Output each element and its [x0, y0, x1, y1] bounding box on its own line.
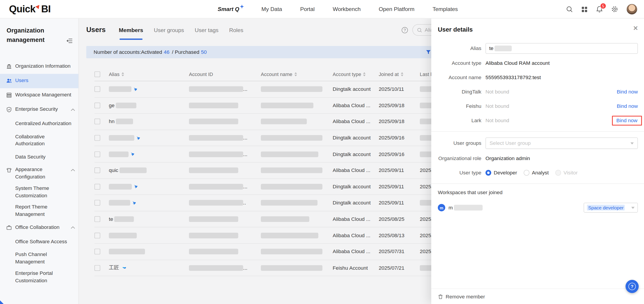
nav-my-data[interactable]: My Data — [262, 6, 282, 12]
remove-member-button[interactable]: Remove member — [446, 294, 485, 300]
alias-field-row: Alias te — [438, 43, 638, 54]
filter-funnel-icon[interactable] — [426, 49, 431, 56]
building-icon — [6, 64, 12, 69]
logo-text-quick: Quick — [9, 4, 36, 14]
redacted-account-name — [261, 135, 322, 141]
sort-icon[interactable] — [401, 72, 403, 76]
sidebar-item-office-software-access[interactable]: Office Software Access — [0, 235, 78, 249]
row-checkbox[interactable] — [94, 200, 100, 206]
sidebar-item-centralized-authorization[interactable]: Centralized Authorization — [0, 117, 78, 131]
nav-smart-q[interactable]: Smart Q — [218, 6, 243, 12]
redacted-account-name — [261, 233, 318, 238]
account-type-row: Account type Alibaba Cloud RAM account — [438, 58, 638, 68]
redacted-account-name — [261, 200, 318, 206]
nav-workbench[interactable]: Workbench — [333, 6, 361, 12]
row-checkbox[interactable] — [94, 86, 100, 92]
users-icon — [6, 78, 12, 84]
user-groups-select[interactable]: Select User group — [486, 137, 638, 149]
redacted-account-id — [189, 151, 243, 157]
chevron-down-icon — [630, 142, 634, 144]
sidebar-item-office-collaboration[interactable]: Office Collaboration — [0, 220, 78, 235]
nav-open-platform[interactable]: Open Platform — [379, 6, 414, 12]
help-button[interactable]: ? — [626, 280, 639, 293]
redacted-account-name — [261, 151, 318, 157]
sidebar-item-data-security[interactable]: Data Security — [0, 150, 78, 164]
account-type: Alibaba Cloud ... — [333, 119, 370, 125]
purchased-count[interactable]: 50 — [201, 49, 207, 55]
close-icon[interactable]: × — [633, 24, 638, 32]
tab-bar: Members User groups User tags Roles — [119, 25, 243, 35]
dingtalk-bind-now-link[interactable]: Bind now — [616, 89, 638, 95]
quick-bi-logo[interactable]: Quick BI — [9, 4, 50, 14]
sidebar-item-enterprise-security[interactable]: Enterprise Security — [0, 102, 78, 117]
select-all-checkbox[interactable] — [94, 71, 100, 77]
chevron-up-icon[interactable] — [71, 226, 75, 229]
alias-input[interactable]: te — [486, 43, 638, 54]
settings-gear-icon[interactable] — [611, 6, 618, 13]
lark-status: Not bound — [486, 118, 509, 124]
sidebar-item-collaborative-authorization[interactable]: Collaborative Authorization — [0, 131, 78, 150]
nav-templates[interactable]: Templates — [432, 6, 458, 12]
tab-members[interactable]: Members — [119, 25, 143, 35]
sidebar-item-workspace-management[interactable]: Workspace Management — [0, 88, 78, 102]
top-bar: Quick BI Smart Q My Data Portal Workbenc… — [0, 0, 644, 18]
activated-count[interactable]: 46 — [164, 49, 170, 55]
chevron-up-icon[interactable] — [71, 108, 75, 111]
apps-grid-icon[interactable] — [581, 6, 588, 12]
sort-icon[interactable] — [363, 72, 366, 76]
account-type: Alibaba Cloud ... — [333, 249, 370, 255]
nav-portal[interactable]: Portal — [300, 6, 315, 12]
row-checkbox[interactable] — [94, 265, 100, 271]
chevron-down-icon — [631, 207, 634, 209]
search-icon[interactable] — [566, 6, 573, 13]
sidebar-item-organization-information[interactable]: Organization Information — [0, 59, 78, 73]
dingtalk-icon — [136, 136, 140, 140]
redacted-alias — [116, 119, 133, 125]
help-circle-icon[interactable]: ? — [402, 27, 408, 33]
notifications-bell-icon[interactable]: 5 — [596, 6, 603, 13]
workspaces-section-title: Workspaces that user joined — [438, 190, 638, 196]
redacted-account-name — [261, 86, 322, 92]
dingtalk-icon — [132, 201, 136, 205]
trash-icon — [438, 294, 443, 300]
sort-icon[interactable] — [294, 72, 297, 76]
account-name-value: 5559553933178792:test — [486, 75, 541, 80]
org-role-label: Organizational role — [438, 156, 481, 161]
row-checkbox[interactable] — [94, 119, 100, 125]
user-avatar[interactable] — [626, 3, 637, 14]
row-checkbox[interactable] — [94, 151, 100, 157]
redacted-alias — [114, 216, 134, 222]
sidebar-item-system-theme-customization[interactable]: System Theme Customization — [0, 183, 78, 202]
row-checkbox[interactable] — [94, 167, 100, 173]
redacted-account-name — [261, 167, 322, 173]
row-checkbox[interactable] — [94, 102, 100, 108]
sidebar-item-enterprise-portal-customization[interactable]: Enterprise Portal Customization — [0, 268, 78, 287]
redacted-alias — [116, 102, 136, 108]
row-checkbox[interactable] — [94, 216, 100, 222]
tab-user-tags[interactable]: User tags — [195, 25, 218, 35]
workspace-role-select[interactable]: Space developer — [584, 203, 638, 213]
account-type: Feishu Account — [333, 265, 368, 271]
lark-bind-now-link[interactable]: Bind now — [612, 116, 642, 126]
radio-analyst[interactable]: Analyst — [524, 170, 549, 176]
sidebar-item-users[interactable]: Users — [0, 74, 78, 88]
sidebar-item-push-channel-management[interactable]: Push Channel Management — [0, 249, 78, 268]
sidebar-item-report-theme-management[interactable]: Report Theme Management — [0, 202, 78, 221]
workspace-avatar: m — [438, 204, 445, 211]
radio-developer[interactable]: Developer — [486, 170, 517, 176]
row-checkbox[interactable] — [94, 135, 100, 141]
row-checkbox[interactable] — [94, 249, 100, 255]
chevron-up-icon[interactable] — [71, 169, 75, 172]
row-checkbox[interactable] — [94, 233, 100, 238]
row-checkbox[interactable] — [94, 184, 100, 190]
sidebar-collapse-icon[interactable] — [67, 27, 73, 46]
feishu-bind-now-link[interactable]: Bind now — [616, 103, 638, 109]
user-groups-label: User groups — [438, 140, 481, 146]
tab-roles[interactable]: Roles — [229, 25, 243, 35]
radio-dot — [486, 170, 492, 176]
sort-icon[interactable] — [122, 72, 124, 76]
redacted-alias — [109, 151, 128, 157]
col-account-type: Account type — [333, 71, 361, 77]
tab-user-groups[interactable]: User groups — [154, 25, 184, 35]
sidebar-item-appearance-configuration[interactable]: Appearance Configuration — [0, 164, 78, 183]
